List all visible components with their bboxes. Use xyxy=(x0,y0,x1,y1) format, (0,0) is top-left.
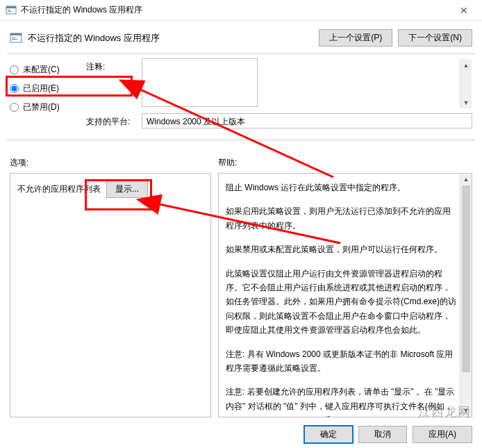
header: 不运行指定的 Windows 应用程序 上一个设置(P) 下一个设置(N) xyxy=(0,21,482,52)
scroll-track[interactable] xyxy=(460,185,472,405)
radio-group: 未配置(C) 已启用(E) 已禁用(D) xyxy=(10,58,86,133)
radio-enabled-input[interactable] xyxy=(10,84,19,93)
close-icon: ✕ xyxy=(460,5,468,16)
scroll-up-icon[interactable]: ▲ xyxy=(460,59,472,71)
scroll-up-icon[interactable]: ▲ xyxy=(460,174,472,185)
titlebar: 不运行指定的 Windows 应用程序 ✕ xyxy=(0,0,482,21)
ok-button[interactable]: 确定 xyxy=(304,426,353,443)
policy-icon xyxy=(10,32,22,44)
svg-rect-1 xyxy=(6,6,16,8)
radio-label: 未配置(C) xyxy=(23,64,60,76)
help-panel: 阻止 Windows 运行在此策略设置中指定的程序。 如果启用此策略设置，则用户… xyxy=(218,173,472,417)
svg-rect-2 xyxy=(8,10,10,10)
policy-title: 不运行指定的 Windows 应用程序 xyxy=(28,32,313,44)
divider xyxy=(7,53,475,54)
scroll-down-icon[interactable]: ▼ xyxy=(460,405,472,417)
config-area: 未配置(C) 已启用(E) 已禁用(D) 注释: ▲ ▼ 支持的平台: Wi xyxy=(0,58,482,133)
close-button[interactable]: ✕ xyxy=(448,0,479,20)
platform-value: Windows 2000 及以上版本 xyxy=(142,113,472,128)
platform-row: 支持的平台: Windows 2000 及以上版本 xyxy=(86,113,472,128)
radio-enabled[interactable]: 已启用(E) xyxy=(10,83,86,94)
next-setting-button[interactable]: 下一个设置(N) xyxy=(398,29,472,47)
show-list-button[interactable]: 显示... xyxy=(106,181,148,198)
disallowed-list-label: 不允许的应用程序列表 xyxy=(17,183,101,195)
radio-not-configured-input[interactable] xyxy=(10,65,19,74)
bottom-area: 不允许的应用程序列表 显示... 阻止 Windows 运行在此策略设置中指定的… xyxy=(0,173,482,417)
radio-disabled[interactable]: 已禁用(D) xyxy=(10,101,86,113)
radio-label: 已启用(E) xyxy=(23,83,59,94)
radio-label: 已禁用(D) xyxy=(23,101,60,113)
comment-scrollbar[interactable]: ▲ ▼ xyxy=(460,59,472,108)
previous-setting-button[interactable]: 上一个设置(P) xyxy=(319,29,392,47)
right-column: 注释: ▲ ▼ 支持的平台: Windows 2000 及以上版本 xyxy=(86,58,472,133)
cancel-button[interactable]: 取消 xyxy=(358,426,407,443)
footer: 确定 取消 应用(A) xyxy=(0,417,482,448)
platform-label: 支持的平台: xyxy=(86,113,142,128)
help-text: 阻止 Windows 运行在此策略设置中指定的程序。 xyxy=(226,181,456,194)
help-text: 此策略设置仅阻止用户运行由文件资源管理器进程启动的程序。它不会阻止用户运行由系统… xyxy=(226,267,456,338)
help-text: 如果禁用或未配置此策略设置，则用户可以运行任何程序。 xyxy=(226,242,456,256)
options-panel: 不允许的应用程序列表 显示... xyxy=(10,173,211,417)
divider xyxy=(7,140,475,140)
scroll-thumb[interactable] xyxy=(462,185,470,372)
help-text: 注意: 若要创建允许的应用程序列表，请单击 "显示" 。在 "显示内容" 对话框… xyxy=(226,385,456,417)
help-text: 如果启用此策略设置，则用户无法运行已添加到不允许的应用程序列表中的程序。 xyxy=(226,204,456,233)
section-labels: 选项: 帮助: xyxy=(0,144,482,173)
help-scrollbar[interactable]: ▲ ▼ xyxy=(460,174,472,417)
radio-not-configured[interactable]: 未配置(C) xyxy=(10,64,86,76)
scroll-track[interactable] xyxy=(460,71,472,97)
comment-label: 注释: xyxy=(86,58,142,109)
svg-rect-5 xyxy=(10,33,22,35)
scroll-down-icon[interactable]: ▼ xyxy=(460,97,472,108)
svg-rect-3 xyxy=(8,11,12,12)
svg-rect-7 xyxy=(12,39,17,40)
comment-row: 注释: ▲ ▼ xyxy=(86,58,472,109)
help-section-label: 帮助: xyxy=(218,157,237,169)
radio-disabled-input[interactable] xyxy=(10,103,19,112)
svg-rect-6 xyxy=(12,38,15,38)
window-title: 不运行指定的 Windows 应用程序 xyxy=(21,4,448,16)
comment-textarea[interactable] xyxy=(142,58,258,107)
app-icon xyxy=(6,5,17,16)
options-section-label: 选项: xyxy=(10,157,218,169)
help-text: 注意: 具有 Windows 2000 或更新版本证书的非 Microsoft … xyxy=(226,347,456,376)
apply-button[interactable]: 应用(A) xyxy=(413,426,472,443)
disallowed-list-row: 不允许的应用程序列表 显示... xyxy=(17,181,203,198)
